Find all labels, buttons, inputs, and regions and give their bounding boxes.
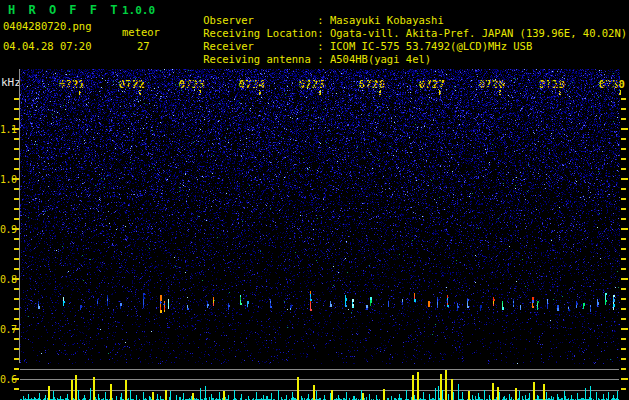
freq-tick-right bbox=[621, 308, 626, 310]
hrofft-window: H R O F F T 1.0.0 0404280720.png meteor … bbox=[0, 0, 629, 400]
freq-tick-left bbox=[14, 98, 19, 100]
freq-tick-right bbox=[621, 278, 628, 280]
freq-tick-right bbox=[621, 188, 626, 190]
freq-tick-right bbox=[621, 328, 628, 330]
freq-tick-left bbox=[14, 358, 19, 360]
freq-tick-right bbox=[621, 248, 626, 250]
freq-tick-right bbox=[621, 268, 626, 270]
freq-tick-left bbox=[14, 158, 19, 160]
freq-tick-right bbox=[621, 128, 628, 130]
freq-tick-left bbox=[14, 118, 19, 120]
freq-tick-right bbox=[621, 218, 626, 220]
freq-tick-left bbox=[14, 138, 19, 140]
freq-tick-right bbox=[621, 258, 626, 260]
freq-tick-left bbox=[14, 208, 19, 210]
freq-tick-left bbox=[14, 298, 19, 300]
freq-tick-right bbox=[621, 338, 626, 340]
freq-tick-right bbox=[621, 98, 626, 100]
info-value: A504HB(yagi 4el) bbox=[330, 53, 431, 65]
signal-level-canvas bbox=[20, 365, 619, 400]
mode-label: meteor bbox=[122, 27, 160, 38]
freq-tick-right bbox=[621, 228, 628, 230]
freq-tick-left bbox=[14, 368, 19, 370]
freq-tick-left bbox=[14, 318, 19, 320]
freq-tick-left bbox=[14, 108, 19, 110]
freq-tick-right bbox=[621, 158, 626, 160]
freq-tick-right bbox=[621, 368, 626, 370]
freq-tick-right bbox=[621, 138, 626, 140]
freq-tick-right bbox=[621, 378, 628, 380]
freq-label: 0.7 bbox=[0, 324, 13, 335]
freq-tick-right bbox=[621, 168, 626, 170]
freq-label: 0.9 bbox=[0, 224, 13, 235]
app-title: H R O F F T bbox=[8, 3, 120, 17]
freq-tick-left bbox=[14, 288, 19, 290]
freq-tick-right bbox=[621, 208, 626, 210]
freq-tick-left bbox=[14, 218, 19, 220]
freq-tick-right bbox=[621, 388, 626, 390]
freq-label: 0.6 bbox=[0, 374, 13, 385]
colon: : bbox=[317, 53, 323, 65]
freq-label: 1.0 bbox=[0, 174, 13, 185]
freq-tick-right bbox=[621, 178, 628, 180]
freq-tick-left bbox=[14, 338, 19, 340]
freq-tick-right bbox=[621, 298, 626, 300]
freq-tick-right bbox=[621, 348, 626, 350]
freq-tick-right bbox=[621, 238, 626, 240]
freq-tick-left bbox=[14, 148, 19, 150]
freq-tick-left bbox=[14, 248, 19, 250]
freq-tick-right bbox=[621, 288, 626, 290]
datetime-label: 04.04.28 07:20 bbox=[3, 41, 92, 52]
freq-tick-right bbox=[621, 358, 626, 360]
freq-tick-left bbox=[14, 258, 19, 260]
freq-tick-left bbox=[14, 168, 19, 170]
freq-tick-left bbox=[14, 348, 19, 350]
spectrogram-canvas bbox=[20, 69, 620, 364]
freq-tick-left bbox=[14, 188, 19, 190]
freq-tick-right bbox=[621, 118, 626, 120]
freq-tick-left bbox=[14, 238, 19, 240]
freq-axis-unit: kHz bbox=[1, 77, 21, 88]
freq-tick-left bbox=[14, 388, 19, 390]
freq-tick-left bbox=[14, 308, 19, 310]
freq-tick-right bbox=[621, 148, 626, 150]
freq-label: 1.1 bbox=[0, 124, 13, 135]
freq-tick-left bbox=[14, 268, 19, 270]
freq-label: 0.8 bbox=[0, 274, 13, 285]
app-version: 1.0.0 bbox=[122, 4, 155, 17]
freq-tick-right bbox=[621, 198, 626, 200]
info-label: Receiving antenna bbox=[203, 54, 317, 65]
freq-tick-left bbox=[14, 198, 19, 200]
freq-tick-right bbox=[621, 108, 626, 110]
output-filename: 0404280720.png bbox=[3, 21, 92, 32]
freq-tick-right bbox=[621, 318, 626, 320]
echo-count: 27 bbox=[137, 41, 150, 52]
